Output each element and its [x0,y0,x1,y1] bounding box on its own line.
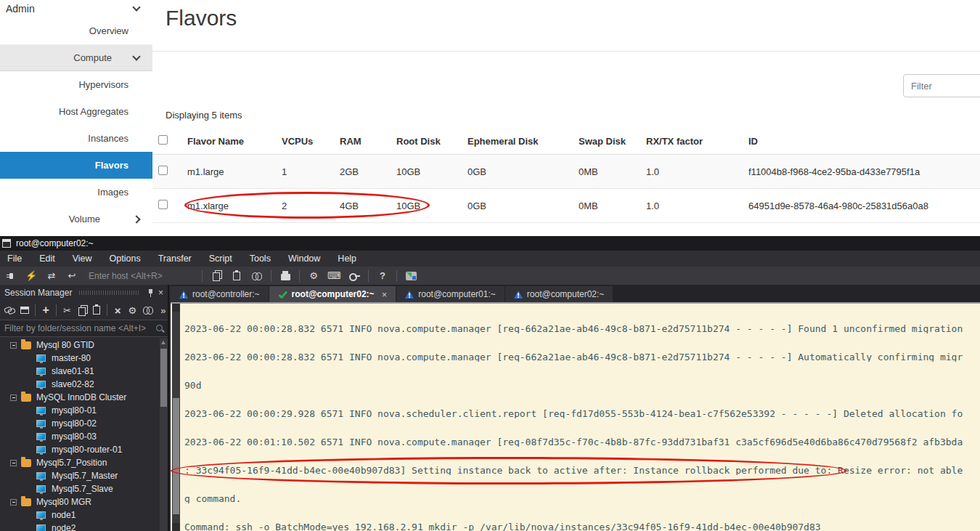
scroll-down-button[interactable] [172,523,180,531]
table-row[interactable]: m1.xlarge 2 4GB 10GB 0GB 0MB 1.0 64951d9… [152,189,980,223]
col-id[interactable]: ID [743,128,980,155]
keyboard-icon[interactable]: ⌨ [327,269,340,283]
copy-icon[interactable] [213,272,220,281]
row-checkbox[interactable] [158,166,168,175]
sidebar-item-flavors[interactable]: Flavors [0,152,152,179]
session-label: mysql80-01 [52,405,97,416]
tree-session[interactable]: mysql80-01 [0,404,160,417]
sidebar-category-volume[interactable]: Volume [0,206,152,232]
print-icon[interactable] [281,274,290,280]
tree-session[interactable]: slave02-82 [0,378,160,391]
menu-help[interactable]: Help [338,254,356,264]
tab-controller[interactable]: root@controller:~ [171,286,269,302]
delete-icon[interactable]: × [113,304,122,317]
col-swap-disk[interactable]: Swap Disk [573,128,640,155]
copy-icon[interactable] [78,307,86,316]
scrollbar-thumb[interactable] [173,398,179,514]
row-checkbox[interactable] [158,200,168,209]
menu-transfer[interactable]: Transfer [158,254,192,264]
collapse-icon[interactable] [10,460,17,466]
quick-connect-icon[interactable]: ⚡ [25,269,38,283]
tree-session[interactable]: Mysql5.7_Slave [0,482,160,495]
menu-options[interactable]: Options [110,254,141,264]
menu-view[interactable]: View [73,254,92,264]
sidebar-category-compute[interactable]: Compute [0,44,152,71]
terminal-scrollbar[interactable] [172,304,180,531]
menu-window[interactable]: Window [288,254,320,264]
paste-icon[interactable] [233,272,240,280]
connect-icon[interactable] [4,307,15,314]
tree-scrollbar[interactable] [160,339,168,531]
session-filter-input[interactable]: Filter by folder/session name <Alt+I> [3,323,155,333]
terminal-screen[interactable]: 2023-06-22 00:00:28.832 6571 INFO nova.c… [171,304,980,531]
scrollbar-thumb[interactable] [160,349,167,407]
settings-gear-icon[interactable]: ⚙ [307,269,320,283]
collapse-icon[interactable] [10,394,17,401]
col-vcpus[interactable]: VCPUs [276,128,334,155]
panel-close-icon[interactable]: × [158,288,163,298]
col-ram[interactable]: RAM [334,128,391,155]
tab-computer02-active[interactable]: root@computer02:~ × [269,286,396,302]
tree-session[interactable]: mysql80-router-01 [0,443,160,456]
tree-folder[interactable]: Mysql80 MGR [0,495,160,508]
pin-icon[interactable] [147,289,154,297]
scroll-up-button[interactable] [172,304,180,312]
reconnect-icon[interactable]: ⇄ [45,269,58,283]
col-root-disk[interactable]: Root Disk [391,128,462,155]
col-ephemeral-disk[interactable]: Ephemeral Disk [462,128,573,155]
tree-session[interactable]: mysql80-03 [0,430,160,443]
col-rxtx-factor[interactable]: RX/TX factor [640,128,743,155]
sidebar-item-host-aggregates[interactable]: Host Aggregates [0,98,152,125]
help-icon[interactable]: ? [376,269,389,283]
sidebar-section-admin[interactable]: Admin [0,0,152,17]
tree-folder[interactable]: Mysql 80 GTID [0,339,160,352]
window-titlebar[interactable]: root@computer02:~ [0,236,980,251]
properties-gear-icon[interactable]: ⚙ [128,304,136,317]
session-icon [36,433,46,440]
find-icon[interactable] [252,272,262,280]
tab-close-icon[interactable]: × [382,289,388,300]
col-flavor-name[interactable]: Flavor Name [181,128,276,155]
key-icon[interactable] [349,273,360,279]
toolbar-overflow-icon[interactable]: » [159,304,168,317]
add-session-icon[interactable]: + [41,304,50,317]
sidebar-item-overview[interactable]: Overview [0,17,152,44]
sidebar-item-instances[interactable]: Instances [0,125,152,152]
tree-folder[interactable]: MySQL InnoDB Cluster [0,391,160,404]
admin-label: Admin [6,3,35,15]
tree-session[interactable]: node2 [0,522,160,531]
tree-session[interactable]: node1 [0,508,160,522]
paste-icon[interactable] [93,306,100,315]
disconnect-icon[interactable]: ↩ [65,269,78,283]
transfer-keyboard-icon[interactable] [406,272,417,280]
tree-folder[interactable]: Mysql5.7_Position [0,456,160,469]
toolbar-separator [107,304,107,316]
table-row[interactable]: m1.large 1 2GB 10GB 0GB 0MB 1.0 f11004b8… [152,155,980,189]
session-toolbar: + ✂ × ⚙ » [0,301,168,320]
collapse-icon[interactable] [10,499,17,506]
menu-file[interactable]: File [7,254,22,264]
new-session-icon[interactable] [7,272,15,280]
cut-icon[interactable]: ✂ [62,304,71,317]
tab-computer01[interactable]: root@computer01:~ [396,286,505,302]
select-all-checkbox[interactable] [158,135,168,145]
find-session-icon[interactable] [143,307,153,314]
tree-session[interactable]: master-80 [0,352,160,365]
menu-edit[interactable]: Edit [39,254,55,264]
folder-label: Mysql 80 GTID [36,340,94,350]
sidebar-item-images[interactable]: Images [0,179,152,206]
scroll-up-icon[interactable] [161,341,166,344]
session-icon [36,446,46,453]
menu-script[interactable]: Script [209,254,232,264]
new-window-icon[interactable] [20,307,29,314]
tree-session[interactable]: Mysql5.7_Master [0,469,160,482]
sidebar-item-hypervisors[interactable]: Hypervisors [0,71,152,98]
tab-computer02[interactable]: root@computer02:~ [505,286,613,302]
collapse-icon[interactable] [10,342,17,349]
filter-input[interactable] [903,74,980,97]
tree-session[interactable]: mysql80-02 [0,417,160,430]
host-address-input[interactable]: Enter host <Alt+R> [86,269,195,283]
panel-drag-handle[interactable] [79,291,140,295]
menu-tools[interactable]: Tools [250,254,271,264]
tree-session[interactable]: slave01-81 [0,365,160,378]
